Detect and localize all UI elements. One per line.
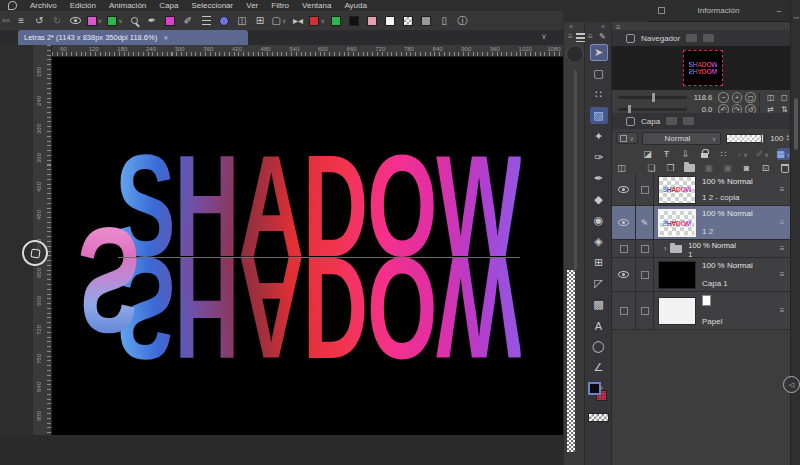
eraser-tool[interactable]: ◆ [590,191,608,208]
layer-visibility-icon[interactable] [69,14,82,28]
eye-icon[interactable] [618,186,629,193]
layer-thumbnail[interactable] [658,261,696,289]
gradient-tool[interactable]: ▩ [590,296,608,313]
selection-area-icon[interactable]: ▢∨ [272,14,287,28]
menu-edicion[interactable]: Edición [70,1,96,10]
export-device-icon[interactable]: ▯ [438,14,451,28]
layer-menu-icon[interactable]: ≡ [774,218,790,227]
merge-down-icon[interactable]: ▣ [722,162,733,174]
line-correction-tool[interactable]: ∠ [590,359,608,376]
menu-capa[interactable]: Capa [159,1,178,10]
panel-menu-icon[interactable]: ≡ [568,32,573,41]
red-pattern-swatch[interactable]: ∨ [309,14,324,28]
menu-filtro[interactable]: Filtro [271,1,289,10]
visibility-cell[interactable] [612,206,636,239]
layer-color-dropdown[interactable]: ∨ [616,132,638,144]
transparent-swatch[interactable] [402,14,415,28]
opacity-slider[interactable] [726,134,765,143]
layer-name[interactable]: 1 2 [702,227,774,236]
checkbox-cell[interactable] [636,174,654,205]
visibility-cell[interactable] [612,292,636,329]
zoom-tool-icon[interactable] [128,14,141,28]
layer-row-1-2-selected[interactable]: ✎ SHADOW 100 % Normal 1 2 ≡ [612,206,790,240]
fill-tool[interactable]: ◈ [590,233,608,250]
transfer-down-icon[interactable]: ▣ [703,162,714,174]
collapse-arrow-icon[interactable]: ◁ [783,376,800,393]
clip-to-layer-icon[interactable]: ◪ [642,148,653,160]
navigator-thumbnail[interactable]: SHADOW SHADOW [683,50,723,86]
blend-tool[interactable]: ◉ [590,212,608,229]
auto-select-tool[interactable]: ∷ [590,86,608,103]
expand-panel-icon[interactable]: » [569,23,573,30]
operation-tool[interactable]: ➤ [590,44,608,61]
blend-mode-select[interactable]: Normal ∨ [642,132,721,145]
zoom-fit-button[interactable]: ◻ [745,92,756,103]
layer-checkbox[interactable] [641,271,649,279]
layer-checkbox[interactable] [641,245,649,253]
draft-layer-icon[interactable]: ∷ [718,148,729,160]
layer-row-1-2-copia[interactable]: SHADOW 100 % Normal 1 2 - copia ≡ [612,174,790,206]
menu-animacion[interactable]: Animación [109,1,146,10]
blue-brush-swatch[interactable] [218,14,231,28]
layer-name[interactable]: Capa 1 [702,279,774,288]
color-swatches[interactable] [587,382,611,408]
layer-checkbox[interactable] [620,307,628,315]
layer-name[interactable]: 1 2 - copia [702,193,774,202]
collapse-panels-icon[interactable]: » « [791,14,800,20]
app-logo-icon[interactable] [8,1,17,10]
pen-tool[interactable]: ✒ [590,170,608,187]
toolbar-overflow-icon[interactable]: ∨ [541,32,547,41]
gray-swatch[interactable] [420,14,433,28]
brush-size-preview[interactable] [566,45,584,63]
visibility-cell[interactable] [612,240,636,257]
balloon-tool[interactable]: ◯ [590,338,608,355]
black-swatch[interactable] [348,14,361,28]
layer-thumbnail[interactable] [658,297,696,325]
search-layer-tab-icon[interactable] [683,117,694,125]
selection-pen-tool[interactable]: ▨ [590,107,608,124]
clip-below-icon[interactable]: ⇩ [680,148,691,160]
lock-transparent-pixels-icon[interactable]: Ŧ [661,148,672,160]
eyedropper-tool[interactable]: ✑ [590,149,608,166]
magic-wand-tool[interactable]: ✦ [590,128,608,145]
new-layer-settings-icon[interactable]: ❐ [665,162,676,174]
new-raster-layer-icon[interactable]: ❏ [646,162,657,174]
layers-quick-icon[interactable]: ◫ [236,14,249,28]
checkbox-cell[interactable] [636,258,654,291]
menu-seleccionar[interactable]: Seleccionar [191,1,233,10]
actual-pixels-icon[interactable]: ◻ [778,93,790,102]
foreground-color-swatch[interactable] [588,382,601,395]
layer-menu-icon[interactable]: ≡ [774,306,790,315]
tab-capa[interactable]: Capa [641,117,660,126]
menu-ayuda[interactable]: Ayuda [344,1,367,10]
layer-thumbnail[interactable]: SHADOW [658,209,696,237]
frame-border-tool[interactable]: ◸ [590,275,608,292]
stencil-mask-icon[interactable]: ⊡ [760,162,771,174]
selection-pen-swatch[interactable] [164,14,177,28]
collapse-left-icon[interactable]: » » [2,17,9,24]
delete-layer-icon[interactable] [779,162,790,174]
expand-tools-icon[interactable]: » [601,23,605,30]
split-panel-icon[interactable]: ◫ [616,162,627,174]
vector-pen-icon[interactable]: ✐ [182,14,195,28]
selection-source-icon[interactable]: ⌕∨ [737,148,748,160]
layer-row-capa-1[interactable]: 100 % Normal Capa 1 ≡ [612,258,790,292]
layer-checkbox[interactable] [620,245,628,253]
layer-row-papel[interactable]: Papel ≡ [612,292,790,330]
menu-ventana[interactable]: Ventana [302,1,331,10]
replay-badge-icon[interactable] [22,240,48,266]
zoom-out-button[interactable]: − [718,92,729,103]
tool-property-icon[interactable] [576,33,585,42]
rotation-slider[interactable] [618,108,687,111]
checkbox-cell[interactable] [636,240,654,257]
menu-ver[interactable]: Ver [246,1,258,10]
layer-menu-icon[interactable]: ≡ [774,185,790,194]
checkbox-cell[interactable] [636,292,654,329]
grid-icon[interactable]: ⊞ [254,14,267,28]
document-tab[interactable]: Letras 2* (1143 x 838px 350dpi 118.6%) ✕ [18,30,248,45]
flip-canvas-icon[interactable]: ▸◂ [291,14,304,28]
layer-checkbox[interactable] [641,307,649,315]
new-folder-icon[interactable] [684,162,695,174]
layer-folder-row-1[interactable]: › 100 % Normal 1 ≡ [612,240,790,258]
info-icon[interactable]: ⓘ [456,14,469,28]
